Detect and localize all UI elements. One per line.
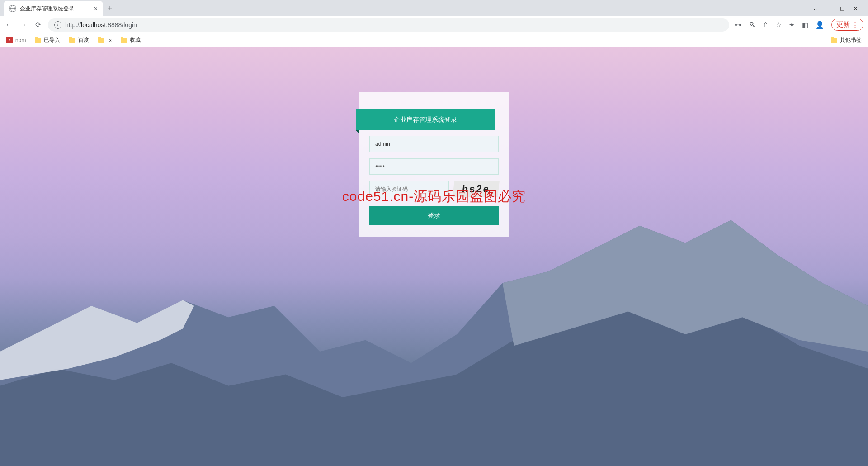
folder-icon (98, 38, 104, 43)
side-panel-icon[interactable]: ◧ (802, 21, 808, 29)
bookmark-rx[interactable]: rx (98, 37, 112, 43)
dropdown-icon[interactable]: ⌄ (813, 5, 818, 12)
update-button[interactable]: 更新 ⋮ (831, 19, 863, 31)
reload-button[interactable]: ⟳ (33, 20, 42, 29)
bookmark-imported[interactable]: 已导入 (35, 36, 60, 44)
bookmark-npm[interactable]: n npm (6, 37, 26, 43)
address-bar[interactable]: i http://localhost:8888/login (48, 18, 729, 32)
bookmark-baidu[interactable]: 百度 (69, 36, 89, 44)
folder-icon (69, 38, 75, 43)
new-tab-button[interactable]: + (103, 4, 117, 13)
login-title-banner: 企业库存管理系统登录 (356, 109, 495, 130)
close-tab-icon[interactable]: × (94, 5, 98, 12)
more-icon: ⋮ (852, 21, 859, 29)
folder-icon (831, 38, 837, 43)
close-window-icon[interactable]: ✕ (853, 5, 858, 12)
tab-title: 企业库存管理系统登录 (20, 5, 74, 13)
globe-icon (9, 5, 16, 12)
bookmark-favorites[interactable]: 收藏 (121, 36, 141, 44)
captcha-row: hs2e (369, 181, 499, 197)
login-card: 企业库存管理系统登录 hs2e 登录 (359, 92, 509, 237)
other-bookmarks[interactable]: 其他书签 (831, 36, 862, 44)
bookmark-star-icon[interactable]: ☆ (776, 21, 782, 29)
toolbar-icons: ⊶ 🔍︎ ⇧ ☆ ✦ ◧ 👤 更新 ⋮ (735, 19, 863, 31)
login-form: hs2e 登录 (369, 136, 499, 225)
profile-icon[interactable]: 👤 (816, 21, 824, 29)
captcha-image[interactable]: hs2e (453, 181, 500, 197)
share-icon[interactable]: ⇧ (763, 21, 769, 29)
password-key-icon[interactable]: ⊶ (735, 21, 741, 29)
username-input[interactable] (369, 136, 499, 152)
forward-button[interactable]: → (19, 21, 28, 29)
captcha-input[interactable] (369, 181, 449, 197)
window-controls: ⌄ — ◻ ✕ (813, 5, 864, 12)
bookmarks-bar: n npm 已导入 百度 rx 收藏 其他书签 (0, 33, 868, 47)
extensions-icon[interactable]: ✦ (789, 21, 795, 29)
mountain-background (0, 214, 868, 466)
minimize-icon[interactable]: — (826, 5, 832, 12)
page-content: 企业库存管理系统登录 hs2e 登录 code51.cn-源码乐园盗图必究 (0, 47, 868, 466)
folder-icon (35, 38, 41, 43)
maximize-icon[interactable]: ◻ (840, 5, 845, 12)
browser-tab[interactable]: 企业库存管理系统登录 × (4, 1, 103, 16)
url-text: http://localhost:8888/login (65, 21, 137, 29)
site-info-icon[interactable]: i (54, 21, 61, 29)
back-button[interactable]: ← (5, 21, 14, 29)
tab-bar: 企业库存管理系统登录 × + ⌄ — ◻ ✕ (0, 0, 868, 16)
folder-icon (121, 38, 127, 43)
login-button[interactable]: 登录 (369, 206, 499, 225)
password-input[interactable] (369, 158, 499, 175)
npm-icon: n (6, 37, 13, 43)
zoom-icon[interactable]: 🔍︎ (749, 21, 755, 29)
browser-toolbar: ← → ⟳ i http://localhost:8888/login ⊶ 🔍︎… (0, 16, 868, 33)
browser-chrome: 企业库存管理系统登录 × + ⌄ — ◻ ✕ ← → ⟳ i http://lo… (0, 0, 868, 47)
